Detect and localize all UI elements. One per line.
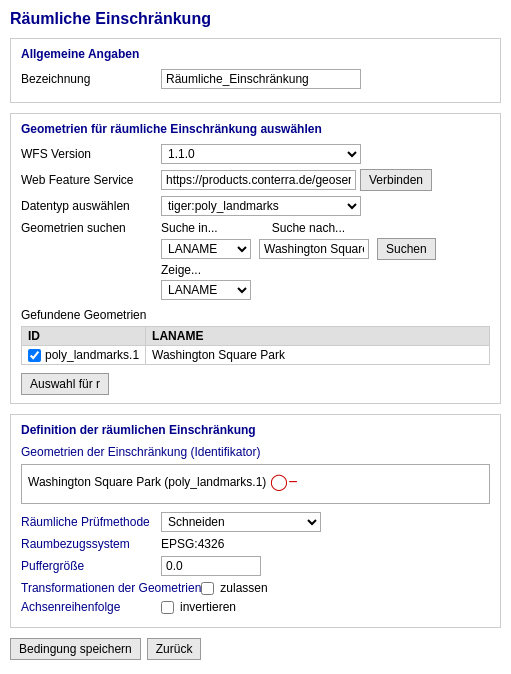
label-achsenreihenfolge: Achsenreihenfolge <box>21 600 161 614</box>
section-title-general: Allgemeine Angaben <box>21 47 490 61</box>
row-checkbox[interactable] <box>28 349 41 362</box>
row-pruefmethode: Räumliche Prüfmethode Schneiden Enthält … <box>21 512 490 532</box>
label-datentyp: Datentyp auswählen <box>21 199 161 213</box>
search-line-2: LANAME ID Suchen <box>161 238 436 260</box>
remove-constraint-button[interactable]: ◯− <box>270 471 297 493</box>
transformationen-checkbox-row: zulassen <box>201 581 267 595</box>
constraint-item: Washington Square Park (poly_landmarks.1… <box>28 471 483 493</box>
label-bezeichnung: Bezeichnung <box>21 72 161 86</box>
constraint-item-text: Washington Square Park (poly_landmarks.1… <box>28 475 266 489</box>
table-row: poly_landmarks.1 Washington Square Park <box>22 346 490 365</box>
row-geometrien-suchen: Geometrien suchen Suche in... Suche nach… <box>21 221 490 300</box>
col-header-laname: LANAME <box>146 327 490 346</box>
row-wfs-version: WFS Version 1.0.0 1.1.0 2.0.0 <box>21 144 490 164</box>
section-title-geometry: Geometrien für räumliche Einschränkung a… <box>21 122 490 136</box>
checkbox-cell: poly_landmarks.1 <box>28 348 139 362</box>
col-header-id: ID <box>22 327 146 346</box>
section-title-constraint: Definition der räumlichen Einschränkung <box>21 423 490 437</box>
row-transformationen: Transformationen der Geometrien zulassen <box>21 581 490 595</box>
row-raumbezug: Raumbezugssystem EPSG:4326 <box>21 537 490 551</box>
page-title: Räumliche Einschränkung <box>10 10 501 28</box>
table-cell-id: poly_landmarks.1 <box>22 346 146 365</box>
row-achsenreihenfolge: Achsenreihenfolge invertieren <box>21 600 490 614</box>
transformationen-checkbox-label: zulassen <box>220 581 267 595</box>
achsenreihenfolge-checkbox-row: invertieren <box>161 600 236 614</box>
transformationen-checkbox[interactable] <box>201 582 214 595</box>
zeige-label: Zeige... <box>161 263 201 277</box>
auswahl-button[interactable]: Auswahl für r <box>21 373 109 395</box>
geo-table: ID LANAME poly_landmarks.1 Washington Sq… <box>21 326 490 365</box>
section-geometry-selection: Geometrien für räumliche Einschränkung a… <box>10 113 501 404</box>
row-wfs-url: Web Feature Service Verbinden <box>21 169 490 191</box>
pruefmethode-select[interactable]: Schneiden Enthält Berührt <box>161 512 321 532</box>
save-button[interactable]: Bedingung speichern <box>10 638 141 660</box>
label-constraint-geometrien: Geometrien der Einschränkung (Identifika… <box>21 445 260 459</box>
label-transformationen: Transformationen der Geometrien <box>21 581 201 595</box>
row-datentyp: Datentyp auswählen tiger:poly_landmarks <box>21 196 490 216</box>
wfs-url-input[interactable] <box>161 170 356 190</box>
suche-in-select[interactable]: LANAME ID <box>161 239 251 259</box>
wfs-version-select[interactable]: 1.0.0 1.1.0 2.0.0 <box>161 144 361 164</box>
table-cell-laname: Washington Square Park <box>146 346 490 365</box>
label-puffer: Puffergröße <box>21 559 161 573</box>
row-id-value: poly_landmarks.1 <box>45 348 139 362</box>
label-geometrien-suchen: Geometrien suchen <box>21 221 161 235</box>
auswahl-section: Auswahl für r <box>21 373 490 395</box>
suche-nach-label: Suche nach... <box>272 221 345 235</box>
label-pruefmethode: Räumliche Prüfmethode <box>21 515 161 529</box>
verbinden-button[interactable]: Verbinden <box>360 169 432 191</box>
back-button[interactable]: Zurück <box>147 638 202 660</box>
label-wfs-version: WFS Version <box>21 147 161 161</box>
achsenreihenfolge-checkbox[interactable] <box>161 601 174 614</box>
datentyp-select[interactable]: tiger:poly_landmarks <box>161 196 361 216</box>
row-bezeichnung: Bezeichnung <box>21 69 490 89</box>
suche-in-label: Suche in... <box>161 221 218 235</box>
found-geometries-section: Gefundene Geometrien ID LANAME poly_land… <box>21 308 490 365</box>
constraint-box: Washington Square Park (poly_landmarks.1… <box>21 464 490 504</box>
section-constraint-definition: Definition der räumlichen Einschränkung … <box>10 414 501 628</box>
bezeichnung-input[interactable] <box>161 69 361 89</box>
row-puffer: Puffergröße <box>21 556 490 576</box>
puffer-input[interactable] <box>161 556 261 576</box>
search-inputs: Suche in... Suche nach... LANAME ID Such… <box>161 221 436 300</box>
suche-nach-input[interactable] <box>259 239 369 259</box>
suchen-button[interactable]: Suchen <box>377 238 436 260</box>
found-geometries-title: Gefundene Geometrien <box>21 308 490 322</box>
label-raumbezug: Raumbezugssystem <box>21 537 161 551</box>
row-constraint-geometrien: Geometrien der Einschränkung (Identifika… <box>21 445 490 459</box>
achsenreihenfolge-checkbox-label: invertieren <box>180 600 236 614</box>
search-line-zeige-select: LANAME ID <box>161 280 436 300</box>
section-allgemeine-angaben: Allgemeine Angaben Bezeichnung <box>10 38 501 103</box>
table-header-row: ID LANAME <box>22 327 490 346</box>
label-wfs-url: Web Feature Service <box>21 173 161 187</box>
search-line-1: Suche in... Suche nach... <box>161 221 436 235</box>
raumbezug-value: EPSG:4326 <box>161 537 224 551</box>
search-line-zeige: Zeige... <box>161 263 436 277</box>
zeige-select[interactable]: LANAME ID <box>161 280 251 300</box>
footer-buttons: Bedingung speichern Zurück <box>10 638 501 660</box>
